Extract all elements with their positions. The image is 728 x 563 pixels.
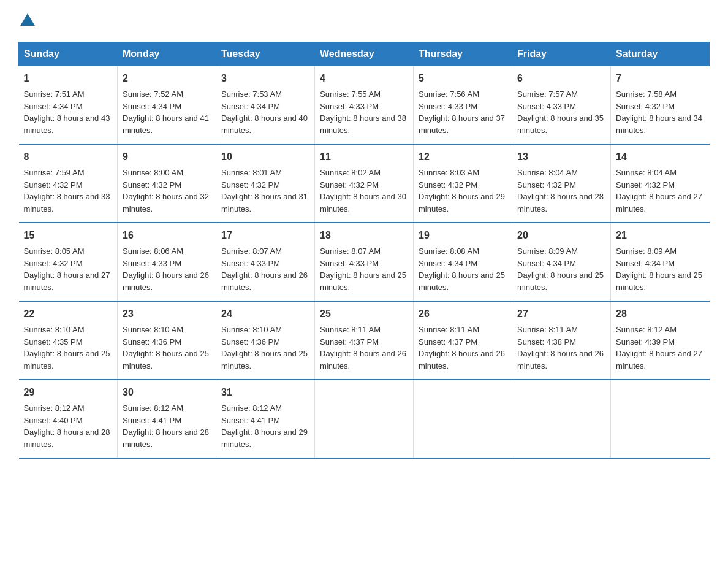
calendar-header-monday: Monday xyxy=(118,42,216,66)
day-number: 29 xyxy=(24,385,113,400)
calendar-header-tuesday: Tuesday xyxy=(216,42,315,66)
day-info: Sunrise: 8:03 AMSunset: 4:32 PMDaylight:… xyxy=(419,168,505,213)
day-info: Sunrise: 8:11 AMSunset: 4:37 PMDaylight:… xyxy=(419,325,505,370)
day-number: 15 xyxy=(24,228,113,243)
day-number: 1 xyxy=(24,71,113,86)
calendar-header-sunday: Sunday xyxy=(19,42,118,66)
calendar-week-row: 22 Sunrise: 8:10 AMSunset: 4:35 PMDaylig… xyxy=(19,301,710,380)
calendar-cell: 24 Sunrise: 8:10 AMSunset: 4:36 PMDaylig… xyxy=(216,301,315,380)
calendar-cell: 18 Sunrise: 8:07 AMSunset: 4:33 PMDaylig… xyxy=(315,223,414,301)
day-info: Sunrise: 7:58 AMSunset: 4:32 PMDaylight:… xyxy=(616,90,702,135)
day-number: 23 xyxy=(123,307,211,321)
calendar-cell xyxy=(611,380,710,458)
calendar-cell: 1 Sunrise: 7:51 AMSunset: 4:34 PMDayligh… xyxy=(19,66,118,145)
day-number: 22 xyxy=(24,307,113,321)
calendar-cell: 27 Sunrise: 8:11 AMSunset: 4:38 PMDaylig… xyxy=(512,301,611,380)
day-info: Sunrise: 8:11 AMSunset: 4:38 PMDaylight:… xyxy=(517,325,604,370)
calendar-cell: 15 Sunrise: 8:05 AMSunset: 4:32 PMDaylig… xyxy=(19,223,118,301)
day-number: 8 xyxy=(24,150,113,164)
day-number: 11 xyxy=(320,150,408,164)
day-info: Sunrise: 8:12 AMSunset: 4:41 PMDaylight:… xyxy=(221,404,308,449)
day-number: 2 xyxy=(123,71,211,86)
day-number: 28 xyxy=(616,307,705,321)
calendar-cell: 22 Sunrise: 8:10 AMSunset: 4:35 PMDaylig… xyxy=(19,301,118,380)
calendar-cell: 6 Sunrise: 7:57 AMSunset: 4:33 PMDayligh… xyxy=(512,66,611,145)
calendar-cell xyxy=(414,380,512,458)
day-number: 5 xyxy=(419,71,507,86)
calendar-cell: 14 Sunrise: 8:04 AMSunset: 4:32 PMDaylig… xyxy=(611,144,710,223)
day-number: 21 xyxy=(616,228,705,243)
day-number: 18 xyxy=(320,228,408,243)
day-number: 17 xyxy=(221,228,309,243)
calendar-header-thursday: Thursday xyxy=(414,42,512,66)
calendar-cell xyxy=(315,380,414,458)
calendar-cell: 20 Sunrise: 8:09 AMSunset: 4:34 PMDaylig… xyxy=(512,223,611,301)
calendar-cell: 28 Sunrise: 8:12 AMSunset: 4:39 PMDaylig… xyxy=(611,301,710,380)
day-number: 19 xyxy=(419,228,507,243)
day-number: 31 xyxy=(221,385,309,400)
day-number: 10 xyxy=(221,150,309,164)
day-info: Sunrise: 7:52 AMSunset: 4:34 PMDaylight:… xyxy=(123,90,209,135)
calendar-cell: 4 Sunrise: 7:55 AMSunset: 4:33 PMDayligh… xyxy=(315,66,414,145)
day-number: 3 xyxy=(221,71,309,86)
calendar-header-wednesday: Wednesday xyxy=(315,42,414,66)
calendar-cell: 16 Sunrise: 8:06 AMSunset: 4:33 PMDaylig… xyxy=(118,223,216,301)
day-info: Sunrise: 8:10 AMSunset: 4:35 PMDaylight:… xyxy=(24,325,110,370)
calendar-cell: 25 Sunrise: 8:11 AMSunset: 4:37 PMDaylig… xyxy=(315,301,414,380)
day-info: Sunrise: 8:09 AMSunset: 4:34 PMDaylight:… xyxy=(517,247,604,292)
day-info: Sunrise: 7:59 AMSunset: 4:32 PMDaylight:… xyxy=(24,168,110,213)
calendar-header-saturday: Saturday xyxy=(611,42,710,66)
calendar-cell: 10 Sunrise: 8:01 AMSunset: 4:32 PMDaylig… xyxy=(216,144,315,223)
day-info: Sunrise: 8:08 AMSunset: 4:34 PMDaylight:… xyxy=(419,247,505,292)
day-info: Sunrise: 7:56 AMSunset: 4:33 PMDaylight:… xyxy=(419,90,505,135)
calendar-cell: 8 Sunrise: 7:59 AMSunset: 4:32 PMDayligh… xyxy=(19,144,118,223)
day-number: 25 xyxy=(320,307,408,321)
day-info: Sunrise: 8:11 AMSunset: 4:37 PMDaylight:… xyxy=(320,325,406,370)
calendar-header-row: SundayMondayTuesdayWednesdayThursdayFrid… xyxy=(19,42,710,66)
day-info: Sunrise: 8:12 AMSunset: 4:41 PMDaylight:… xyxy=(123,404,209,449)
day-info: Sunrise: 8:07 AMSunset: 4:33 PMDaylight:… xyxy=(320,247,406,292)
day-number: 7 xyxy=(616,71,705,86)
day-info: Sunrise: 8:12 AMSunset: 4:40 PMDaylight:… xyxy=(24,404,110,449)
calendar-week-row: 8 Sunrise: 7:59 AMSunset: 4:32 PMDayligh… xyxy=(19,144,710,223)
day-info: Sunrise: 8:12 AMSunset: 4:39 PMDaylight:… xyxy=(616,325,702,370)
calendar-cell xyxy=(512,380,611,458)
calendar-cell: 21 Sunrise: 8:09 AMSunset: 4:34 PMDaylig… xyxy=(611,223,710,301)
calendar-table: SundayMondayTuesdayWednesdayThursdayFrid… xyxy=(18,42,710,459)
calendar-cell: 31 Sunrise: 8:12 AMSunset: 4:41 PMDaylig… xyxy=(216,380,315,458)
day-number: 14 xyxy=(616,150,705,164)
calendar-week-row: 1 Sunrise: 7:51 AMSunset: 4:34 PMDayligh… xyxy=(19,66,710,145)
day-info: Sunrise: 8:04 AMSunset: 4:32 PMDaylight:… xyxy=(616,168,702,213)
day-info: Sunrise: 7:55 AMSunset: 4:33 PMDaylight:… xyxy=(320,90,406,135)
day-number: 20 xyxy=(517,228,605,243)
day-info: Sunrise: 8:06 AMSunset: 4:33 PMDaylight:… xyxy=(123,247,209,292)
day-number: 26 xyxy=(419,307,507,321)
day-info: Sunrise: 7:57 AMSunset: 4:33 PMDaylight:… xyxy=(517,90,604,135)
calendar-cell: 5 Sunrise: 7:56 AMSunset: 4:33 PMDayligh… xyxy=(414,66,512,145)
day-info: Sunrise: 8:10 AMSunset: 4:36 PMDaylight:… xyxy=(221,325,308,370)
day-number: 24 xyxy=(221,307,309,321)
calendar-cell: 3 Sunrise: 7:53 AMSunset: 4:34 PMDayligh… xyxy=(216,66,315,145)
day-info: Sunrise: 7:51 AMSunset: 4:34 PMDaylight:… xyxy=(24,90,110,135)
day-number: 13 xyxy=(517,150,605,164)
day-number: 9 xyxy=(123,150,211,164)
calendar-header-friday: Friday xyxy=(512,42,611,66)
day-info: Sunrise: 8:05 AMSunset: 4:32 PMDaylight:… xyxy=(24,247,110,292)
day-info: Sunrise: 8:07 AMSunset: 4:33 PMDaylight:… xyxy=(221,247,308,292)
day-number: 30 xyxy=(123,385,211,400)
calendar-cell: 11 Sunrise: 8:02 AMSunset: 4:32 PMDaylig… xyxy=(315,144,414,223)
calendar-cell: 29 Sunrise: 8:12 AMSunset: 4:40 PMDaylig… xyxy=(19,380,118,458)
day-number: 16 xyxy=(123,228,211,243)
calendar-cell: 2 Sunrise: 7:52 AMSunset: 4:34 PMDayligh… xyxy=(118,66,216,145)
logo xyxy=(18,12,37,29)
day-number: 27 xyxy=(517,307,605,321)
day-number: 12 xyxy=(419,150,507,164)
calendar-cell: 9 Sunrise: 8:00 AMSunset: 4:32 PMDayligh… xyxy=(118,144,216,223)
calendar-cell: 17 Sunrise: 8:07 AMSunset: 4:33 PMDaylig… xyxy=(216,223,315,301)
day-info: Sunrise: 7:53 AMSunset: 4:34 PMDaylight:… xyxy=(221,90,308,135)
calendar-cell: 26 Sunrise: 8:11 AMSunset: 4:37 PMDaylig… xyxy=(414,301,512,380)
calendar-cell: 12 Sunrise: 8:03 AMSunset: 4:32 PMDaylig… xyxy=(414,144,512,223)
day-info: Sunrise: 8:04 AMSunset: 4:32 PMDaylight:… xyxy=(517,168,604,213)
calendar-cell: 19 Sunrise: 8:08 AMSunset: 4:34 PMDaylig… xyxy=(414,223,512,301)
day-info: Sunrise: 8:01 AMSunset: 4:32 PMDaylight:… xyxy=(221,168,308,213)
